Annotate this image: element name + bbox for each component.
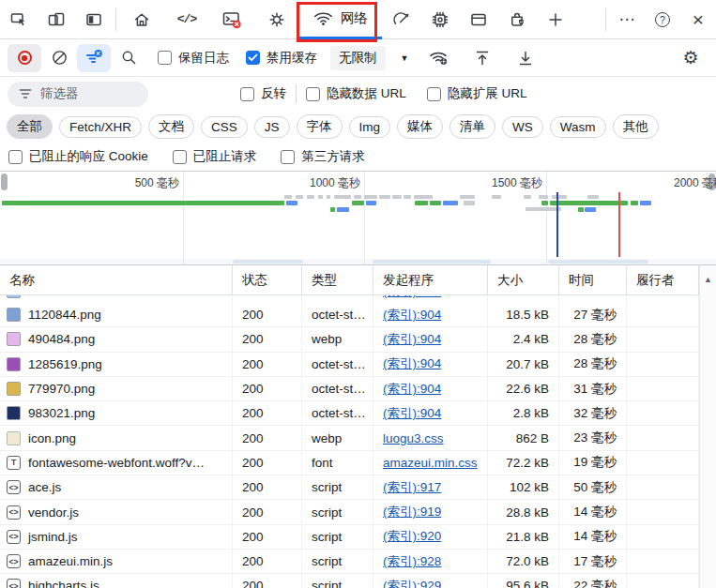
table-row[interactable]: 490484.png200webp(索引):9042.4 kB28 毫秒 — [0, 327, 699, 352]
filter-chip-1[interactable]: Fetch/XHR — [59, 116, 142, 138]
initiator-link[interactable]: (索引):904 — [383, 331, 441, 348]
filter-chip-2[interactable]: 文档 — [148, 114, 194, 139]
initiator-link[interactable]: (索引):928 — [383, 553, 441, 570]
column-header-1[interactable]: 状态 — [233, 265, 302, 294]
filter-input[interactable]: 筛选器 — [8, 82, 148, 107]
export-har-button[interactable] — [508, 44, 543, 72]
table-row[interactable]: <>highcharts.js200script(索引):92995.6 kB2… — [0, 574, 699, 588]
network-conditions-button[interactable] — [421, 44, 457, 72]
filter-chip-9[interactable]: WS — [502, 116, 543, 138]
filter-chip-3[interactable]: CSS — [201, 116, 248, 138]
tab-elements[interactable]: </> — [164, 0, 209, 39]
table-row[interactable]: <>vendor.js200script(索引):91928.8 kB14 毫秒 — [0, 500, 699, 524]
initiator-link[interactable]: (索引):929 — [383, 578, 441, 588]
initiator-link[interactable]: (索引):904 — [383, 295, 441, 300]
column-header-0[interactable]: 名称 — [0, 265, 233, 294]
initiator-link[interactable]: (索引):917 — [383, 479, 441, 496]
ellipsis-icon: ⋯ — [619, 11, 635, 27]
clear-network-log-button[interactable] — [41, 44, 77, 72]
dock-side-button[interactable] — [75, 0, 113, 39]
blocked-cookies-checkbox-group[interactable]: 已阻止的响应 Cookie — [8, 148, 148, 165]
column-header-5[interactable]: 时间 — [559, 265, 627, 294]
filter-chip-4[interactable]: JS — [254, 116, 290, 138]
hide-data-url-checkbox[interactable] — [306, 87, 320, 101]
inspect-element-button[interactable] — [0, 0, 38, 39]
record-network-log-button[interactable] — [8, 44, 41, 72]
hide-data-url-checkbox-group[interactable]: 隐藏数据 URL — [306, 85, 406, 102]
tab-application[interactable] — [497, 0, 536, 39]
overview-left-gripper[interactable] — [1, 173, 8, 190]
invert-checkbox-group[interactable]: 反转 — [240, 85, 286, 102]
table-row[interactable]: icon.png200webpluogu3.css862 B23 毫秒 — [0, 426, 699, 450]
tab-welcome[interactable] — [119, 0, 164, 39]
add-panel-button[interactable] — [536, 0, 574, 39]
initiator-link[interactable]: (索引):904 — [383, 355, 441, 372]
table-row[interactable]: (索引):904 — [0, 295, 699, 303]
blocked-requests-checkbox-group[interactable]: 已阻止请求 — [173, 148, 257, 165]
table-row[interactable]: 1120844.png200octet-st…(索引):90418.5 kB27… — [0, 303, 699, 327]
disable-cache-checkbox-group[interactable]: 禁用缓存 — [246, 50, 317, 67]
filter-chip-5[interactable]: 字体 — [297, 114, 343, 139]
third-party-checkbox-group[interactable]: 第三方请求 — [281, 148, 365, 165]
cell-type: octet-st… — [302, 353, 373, 376]
timeline-overview[interactable]: 500 毫秒1000 毫秒1500 毫秒2000 毫秒 — [0, 171, 716, 265]
column-header-3[interactable]: 发起程序 — [373, 265, 488, 294]
tab-console[interactable] — [209, 0, 254, 39]
tab-storage[interactable] — [459, 0, 497, 39]
preserve-log-checkbox[interactable] — [158, 51, 172, 65]
hide-extension-url-checkbox[interactable] — [427, 87, 441, 101]
throttling-caret-icon[interactable]: ▼ — [401, 53, 409, 63]
invert-checkbox[interactable] — [240, 87, 254, 101]
filter-chip-0[interactable]: 全部 — [7, 114, 53, 139]
import-har-button[interactable] — [465, 44, 500, 72]
table-row[interactable]: 779970.png200octet-st…(索引):90422.6 kB31 … — [0, 377, 699, 401]
table-scrollbar[interactable]: ▲ — [699, 265, 716, 588]
tab-issues[interactable] — [254, 0, 299, 39]
waterfall-bar — [366, 201, 376, 205]
blocked-requests-checkbox[interactable] — [173, 150, 187, 164]
file-page-icon — [7, 431, 21, 445]
initiator-link[interactable]: (索引):904 — [383, 405, 441, 422]
preserve-log-checkbox-group[interactable]: 保留日志 — [158, 50, 229, 67]
tab-performance[interactable] — [382, 0, 420, 39]
filter-chip-10[interactable]: Wasm — [550, 116, 606, 138]
column-header-4[interactable]: 大小 — [488, 265, 559, 294]
filter-chip-11[interactable]: 其他 — [613, 114, 659, 139]
scroll-up-arrow-icon[interactable]: ▲ — [704, 275, 712, 284]
cell-status: 200 — [233, 303, 302, 326]
upload-arrow-icon — [473, 49, 492, 68]
plus-icon — [547, 11, 564, 28]
disable-cache-checkbox[interactable] — [246, 51, 260, 65]
close-devtools-button[interactable]: × — [680, 0, 716, 39]
network-settings-button[interactable]: ⚙ — [673, 44, 708, 72]
initiator-link[interactable]: (索引):904 — [383, 381, 441, 398]
column-header-6[interactable]: 履行者 — [627, 265, 699, 294]
tab-memory[interactable] — [420, 0, 459, 39]
table-row[interactable]: <>amazeui.min.js200script(索引):92872.0 kB… — [0, 550, 699, 574]
table-row[interactable]: <>ace.js200script(索引):917102 kB50 毫秒 — [0, 475, 699, 500]
more-options-button[interactable]: ⋯ — [609, 0, 645, 39]
initiator-link[interactable]: amazeui.min.css — [383, 456, 478, 470]
third-party-checkbox[interactable] — [281, 150, 295, 164]
column-header-2[interactable]: 类型 — [302, 265, 373, 294]
blocked-cookies-checkbox[interactable] — [8, 150, 23, 164]
table-row[interactable]: Tfontawesome-webfont.woff?v…200fontamaze… — [0, 451, 699, 475]
initiator-link[interactable]: (索引):919 — [383, 504, 441, 520]
filter-chip-7[interactable]: 媒体 — [397, 114, 443, 139]
search-network-button[interactable] — [111, 44, 146, 72]
throttling-dropdown[interactable]: 无限制 — [330, 46, 386, 70]
device-emulation-button[interactable] — [38, 0, 75, 39]
table-row[interactable]: 1285619.png200octet-st…(索引):90420.7 kB28… — [0, 353, 699, 377]
filter-chip-8[interactable]: 清单 — [449, 114, 495, 139]
table-row[interactable]: <>jsmind.js200script(索引):92021.8 kB14 毫秒 — [0, 525, 699, 550]
cell-waterfall — [627, 295, 699, 303]
hide-extension-url-checkbox-group[interactable]: 隐藏扩展 URL — [427, 85, 527, 102]
initiator-link[interactable]: (索引):904 — [383, 307, 441, 324]
table-row[interactable]: 983021.png200octet-st…(索引):9042.8 kB32 毫… — [0, 401, 699, 426]
initiator-link[interactable]: luogu3.css — [383, 431, 444, 445]
initiator-link[interactable]: (索引):920 — [383, 528, 441, 545]
help-button[interactable]: ? — [645, 0, 680, 39]
filter-toggle-button[interactable] — [77, 44, 111, 72]
filter-chip-6[interactable]: Img — [349, 116, 391, 138]
tab-network[interactable]: 网络 — [299, 0, 382, 39]
